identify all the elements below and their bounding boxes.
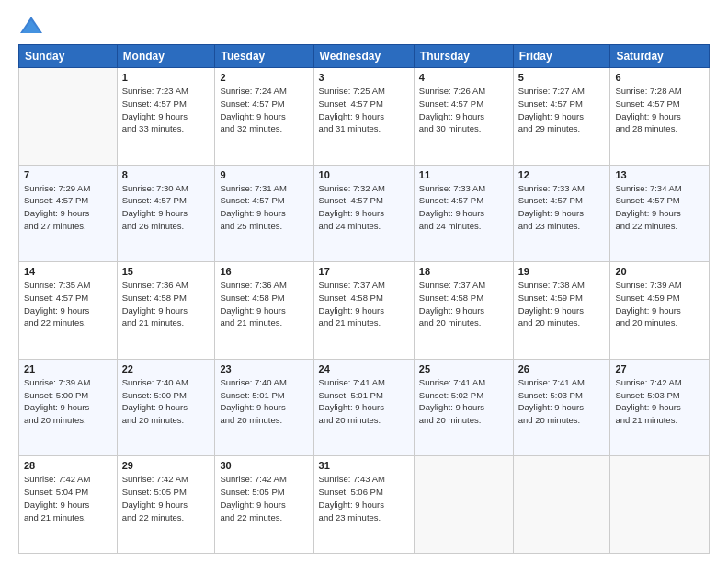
- day-info: Sunrise: 7:33 AM Sunset: 4:57 PM Dayligh…: [419, 182, 508, 233]
- day-cell: 14Sunrise: 7:35 AM Sunset: 4:57 PM Dayli…: [19, 262, 118, 360]
- day-cell: 2Sunrise: 7:24 AM Sunset: 4:57 PM Daylig…: [215, 68, 313, 166]
- day-cell: 15Sunrise: 7:36 AM Sunset: 4:58 PM Dayli…: [117, 262, 215, 360]
- day-number: 24: [319, 363, 409, 374]
- day-cell: 9Sunrise: 7:31 AM Sunset: 4:57 PM Daylig…: [215, 165, 313, 262]
- week-row-0: 1Sunrise: 7:23 AM Sunset: 4:57 PM Daylig…: [19, 68, 710, 166]
- day-cell: 8Sunrise: 7:30 AM Sunset: 4:57 PM Daylig…: [117, 165, 215, 262]
- day-cell: [610, 456, 710, 554]
- day-cell: 21Sunrise: 7:39 AM Sunset: 5:00 PM Dayli…: [19, 359, 118, 456]
- day-number: 31: [319, 460, 409, 471]
- day-info: Sunrise: 7:24 AM Sunset: 4:57 PM Dayligh…: [220, 85, 308, 135]
- day-info: Sunrise: 7:40 AM Sunset: 5:01 PM Dayligh…: [220, 376, 308, 427]
- day-info: Sunrise: 7:38 AM Sunset: 4:59 PM Dayligh…: [518, 279, 606, 329]
- day-info: Sunrise: 7:36 AM Sunset: 4:58 PM Dayligh…: [122, 279, 210, 329]
- day-info: Sunrise: 7:25 AM Sunset: 4:57 PM Dayligh…: [319, 85, 409, 135]
- day-cell: 12Sunrise: 7:33 AM Sunset: 4:57 PM Dayli…: [513, 165, 610, 262]
- header-friday: Friday: [513, 45, 610, 68]
- header-saturday: Saturday: [610, 45, 710, 68]
- day-info: Sunrise: 7:28 AM Sunset: 4:57 PM Dayligh…: [615, 85, 704, 135]
- day-info: Sunrise: 7:23 AM Sunset: 4:57 PM Dayligh…: [122, 85, 210, 135]
- day-info: Sunrise: 7:40 AM Sunset: 5:00 PM Dayligh…: [122, 376, 210, 427]
- day-info: Sunrise: 7:39 AM Sunset: 5:00 PM Dayligh…: [24, 376, 112, 427]
- day-number: 29: [122, 460, 210, 471]
- day-info: Sunrise: 7:42 AM Sunset: 5:05 PM Dayligh…: [220, 473, 308, 523]
- day-cell: 29Sunrise: 7:42 AM Sunset: 5:05 PM Dayli…: [117, 456, 215, 554]
- day-number: 8: [122, 169, 210, 180]
- day-cell: 20Sunrise: 7:39 AM Sunset: 4:59 PM Dayli…: [610, 262, 710, 360]
- day-number: 1: [122, 72, 210, 83]
- day-number: 30: [220, 460, 308, 471]
- day-number: 15: [122, 266, 210, 277]
- day-info: Sunrise: 7:35 AM Sunset: 4:57 PM Dayligh…: [24, 279, 112, 329]
- day-cell: 18Sunrise: 7:37 AM Sunset: 4:58 PM Dayli…: [414, 262, 513, 360]
- day-info: Sunrise: 7:33 AM Sunset: 4:57 PM Dayligh…: [518, 182, 606, 233]
- day-number: 17: [319, 266, 409, 277]
- day-number: 13: [615, 169, 704, 180]
- week-row-1: 7Sunrise: 7:29 AM Sunset: 4:57 PM Daylig…: [19, 165, 710, 262]
- day-cell: 1Sunrise: 7:23 AM Sunset: 4:57 PM Daylig…: [117, 68, 215, 166]
- day-info: Sunrise: 7:42 AM Sunset: 5:04 PM Dayligh…: [24, 473, 112, 523]
- day-cell: 25Sunrise: 7:41 AM Sunset: 5:02 PM Dayli…: [414, 359, 513, 456]
- day-info: Sunrise: 7:29 AM Sunset: 4:57 PM Dayligh…: [24, 182, 112, 233]
- header-tuesday: Tuesday: [215, 45, 313, 68]
- week-row-3: 21Sunrise: 7:39 AM Sunset: 5:00 PM Dayli…: [19, 359, 710, 456]
- day-number: 4: [419, 72, 508, 83]
- day-info: Sunrise: 7:37 AM Sunset: 4:58 PM Dayligh…: [419, 279, 508, 329]
- day-number: 10: [319, 169, 409, 180]
- calendar-header-row: SundayMondayTuesdayWednesdayThursdayFrid…: [19, 45, 710, 68]
- day-cell: 27Sunrise: 7:42 AM Sunset: 5:03 PM Dayli…: [610, 359, 710, 456]
- day-cell: 24Sunrise: 7:41 AM Sunset: 5:01 PM Dayli…: [313, 359, 414, 456]
- day-cell: 11Sunrise: 7:33 AM Sunset: 4:57 PM Dayli…: [414, 165, 513, 262]
- day-number: 9: [220, 169, 308, 180]
- header-thursday: Thursday: [414, 45, 513, 68]
- day-number: 14: [24, 266, 112, 277]
- day-info: Sunrise: 7:43 AM Sunset: 5:06 PM Dayligh…: [319, 473, 409, 523]
- day-cell: 19Sunrise: 7:38 AM Sunset: 4:59 PM Dayli…: [513, 262, 610, 360]
- day-number: 20: [615, 266, 704, 277]
- day-info: Sunrise: 7:41 AM Sunset: 5:01 PM Dayligh…: [319, 376, 409, 427]
- day-cell: [513, 456, 610, 554]
- day-number: 22: [122, 363, 210, 374]
- day-cell: 30Sunrise: 7:42 AM Sunset: 5:05 PM Dayli…: [215, 456, 313, 554]
- day-number: 27: [615, 363, 704, 374]
- day-cell: 26Sunrise: 7:41 AM Sunset: 5:03 PM Dayli…: [513, 359, 610, 456]
- day-cell: 22Sunrise: 7:40 AM Sunset: 5:00 PM Dayli…: [117, 359, 215, 456]
- day-cell: 31Sunrise: 7:43 AM Sunset: 5:06 PM Dayli…: [313, 456, 414, 554]
- day-info: Sunrise: 7:26 AM Sunset: 4:57 PM Dayligh…: [419, 85, 508, 135]
- day-cell: 4Sunrise: 7:26 AM Sunset: 4:57 PM Daylig…: [414, 68, 513, 166]
- calendar-table: SundayMondayTuesdayWednesdayThursdayFrid…: [18, 44, 710, 554]
- day-cell: 10Sunrise: 7:32 AM Sunset: 4:57 PM Dayli…: [313, 165, 414, 262]
- logo: [18, 15, 48, 35]
- day-number: 21: [24, 363, 112, 374]
- day-info: Sunrise: 7:34 AM Sunset: 4:57 PM Dayligh…: [615, 182, 704, 233]
- day-number: 18: [419, 266, 508, 277]
- day-info: Sunrise: 7:37 AM Sunset: 4:58 PM Dayligh…: [319, 279, 409, 329]
- day-number: 11: [419, 169, 508, 180]
- day-info: Sunrise: 7:41 AM Sunset: 5:02 PM Dayligh…: [419, 376, 508, 427]
- header: [18, 15, 710, 35]
- day-cell: 7Sunrise: 7:29 AM Sunset: 4:57 PM Daylig…: [19, 165, 118, 262]
- day-cell: 3Sunrise: 7:25 AM Sunset: 4:57 PM Daylig…: [313, 68, 414, 166]
- day-cell: 17Sunrise: 7:37 AM Sunset: 4:58 PM Dayli…: [313, 262, 414, 360]
- day-cell: 6Sunrise: 7:28 AM Sunset: 4:57 PM Daylig…: [610, 68, 710, 166]
- day-info: Sunrise: 7:42 AM Sunset: 5:05 PM Dayligh…: [122, 473, 210, 523]
- day-cell: 16Sunrise: 7:36 AM Sunset: 4:58 PM Dayli…: [215, 262, 313, 360]
- day-cell: 13Sunrise: 7:34 AM Sunset: 4:57 PM Dayli…: [610, 165, 710, 262]
- day-cell: [19, 68, 118, 166]
- day-info: Sunrise: 7:30 AM Sunset: 4:57 PM Dayligh…: [122, 182, 210, 233]
- day-info: Sunrise: 7:31 AM Sunset: 4:57 PM Dayligh…: [220, 182, 308, 233]
- day-number: 23: [220, 363, 308, 374]
- day-number: 12: [518, 169, 606, 180]
- day-number: 5: [518, 72, 606, 83]
- day-cell: [414, 456, 513, 554]
- day-info: Sunrise: 7:39 AM Sunset: 4:59 PM Dayligh…: [615, 279, 704, 329]
- day-number: 28: [24, 460, 112, 471]
- day-info: Sunrise: 7:41 AM Sunset: 5:03 PM Dayligh…: [518, 376, 606, 427]
- day-number: 25: [419, 363, 508, 374]
- day-number: 2: [220, 72, 308, 83]
- day-info: Sunrise: 7:42 AM Sunset: 5:03 PM Dayligh…: [615, 376, 704, 427]
- day-cell: 28Sunrise: 7:42 AM Sunset: 5:04 PM Dayli…: [19, 456, 118, 554]
- day-number: 6: [615, 72, 704, 83]
- day-info: Sunrise: 7:36 AM Sunset: 4:58 PM Dayligh…: [220, 279, 308, 329]
- day-number: 26: [518, 363, 606, 374]
